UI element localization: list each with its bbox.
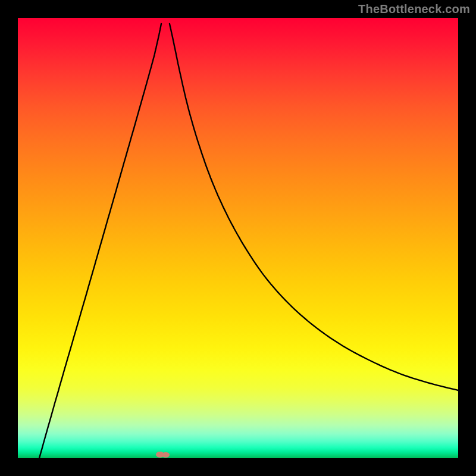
chart-container: TheBottleneck.com [0,0,476,476]
min-marker [162,452,170,458]
curve-layer [18,18,458,458]
curve-right-branch [170,24,458,390]
plot-area [18,18,458,458]
curve-left-branch [39,24,161,458]
attribution-text: TheBottleneck.com [358,2,470,16]
